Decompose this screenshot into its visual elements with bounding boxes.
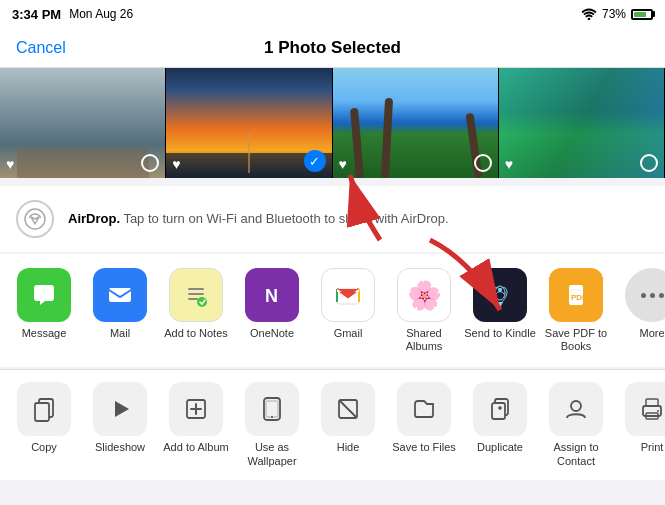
battery-percent: 73% xyxy=(602,7,626,21)
share-app-message[interactable]: Message xyxy=(8,268,80,340)
print-icon xyxy=(625,382,665,436)
share-app-onenote[interactable]: N OneNote xyxy=(236,268,308,340)
svg-rect-38 xyxy=(646,399,658,406)
hide-label: Hide xyxy=(337,441,360,454)
save-files-icon xyxy=(397,382,451,436)
action-copy[interactable]: Copy xyxy=(8,382,80,454)
photo-select-4 xyxy=(640,154,658,172)
photo-item-2[interactable]: ♥ ✓ xyxy=(166,68,332,178)
print-label: Print xyxy=(641,441,664,454)
photo-item-4[interactable]: ♥ xyxy=(499,68,665,178)
photo-selected-check-2: ✓ xyxy=(304,150,326,172)
duplicate-icon xyxy=(473,382,527,436)
slideshow-label: Slideshow xyxy=(95,441,145,454)
more-dots-icon xyxy=(625,268,665,322)
assign-contact-label: Assign to Contact xyxy=(540,441,612,467)
status-bar: 3:34 PM Mon Aug 26 73% xyxy=(0,0,665,28)
photo-heart-1: ♥ xyxy=(6,156,14,172)
svg-rect-29 xyxy=(266,401,278,417)
svg-point-11 xyxy=(197,297,207,307)
svg-text:PDF: PDF xyxy=(571,293,587,302)
svg-rect-8 xyxy=(188,288,204,290)
nav-bar: Cancel 1 Photo Selected xyxy=(0,28,665,68)
share-app-send-kindle[interactable]: Send to Kindle xyxy=(464,268,536,340)
svg-rect-10 xyxy=(188,298,198,300)
cancel-button[interactable]: Cancel xyxy=(16,39,66,57)
photo-heart-2: ♥ xyxy=(172,156,180,172)
action-slideshow[interactable]: Slideshow xyxy=(84,382,156,454)
svg-point-30 xyxy=(271,416,273,418)
message-label: Message xyxy=(22,327,67,340)
share-app-gmail[interactable]: Gmail xyxy=(312,268,384,340)
share-app-add-notes[interactable]: Add to Notes xyxy=(160,268,232,340)
add-album-icon xyxy=(169,382,223,436)
action-print[interactable]: Print xyxy=(616,382,665,454)
nav-title: 1 Photo Selected xyxy=(264,38,401,58)
save-pdf-label: Save PDF to Books xyxy=(540,327,612,353)
svg-rect-34 xyxy=(492,403,505,419)
copy-label: Copy xyxy=(31,441,57,454)
photo-item-3[interactable]: ♥ xyxy=(333,68,499,178)
action-add-album[interactable]: Add to Album xyxy=(160,382,232,454)
photo-heart-3: ♥ xyxy=(339,156,347,172)
photo-strip: ♥ ♥ ✓ ♥ ♥ xyxy=(0,68,665,178)
action-duplicate[interactable]: Duplicate xyxy=(464,382,536,454)
wifi-icon xyxy=(581,8,597,20)
airdrop-description: AirDrop. Tap to turn on Wi-Fi and Blueto… xyxy=(68,210,449,228)
battery-icon xyxy=(631,9,653,20)
share-app-mail[interactable]: Mail xyxy=(84,268,156,340)
svg-point-0 xyxy=(588,18,591,20)
copy-icon xyxy=(17,382,71,436)
share-app-save-pdf[interactable]: PDF Save PDF to Books xyxy=(540,268,612,353)
svg-rect-23 xyxy=(35,403,49,421)
share-app-shared-albums[interactable]: 🌸 Shared Albums xyxy=(388,268,460,353)
send-kindle-label: Send to Kindle xyxy=(464,327,536,340)
share-apps-row: Message Mail Add to Notes N OneNote Gmai… xyxy=(0,254,665,367)
add-album-label: Add to Album xyxy=(163,441,228,454)
action-hide[interactable]: Hide xyxy=(312,382,384,454)
action-save-files[interactable]: Save to Files xyxy=(388,382,460,454)
add-notes-label: Add to Notes xyxy=(164,327,228,340)
duplicate-label: Duplicate xyxy=(477,441,523,454)
actions-row: Copy Slideshow Add to Album Use as Wallp… xyxy=(0,369,665,479)
svg-marker-24 xyxy=(115,401,129,417)
mail-label: Mail xyxy=(110,327,130,340)
svg-line-32 xyxy=(339,400,357,418)
status-date: Mon Aug 26 xyxy=(69,7,133,21)
wallpaper-icon xyxy=(245,382,299,436)
svg-rect-6 xyxy=(109,288,131,302)
hide-icon xyxy=(321,382,375,436)
gmail-label: Gmail xyxy=(334,327,363,340)
svg-text:N: N xyxy=(265,286,278,306)
action-wallpaper[interactable]: Use as Wallpaper xyxy=(236,382,308,467)
photo-heart-4: ♥ xyxy=(505,156,513,172)
svg-point-41 xyxy=(657,410,659,412)
wallpaper-label: Use as Wallpaper xyxy=(236,441,308,467)
photo-item-1[interactable]: ♥ xyxy=(0,68,166,178)
status-icons: 73% xyxy=(581,7,653,21)
assign-contact-icon xyxy=(549,382,603,436)
status-time: 3:34 PM xyxy=(12,7,61,22)
share-app-more[interactable]: More xyxy=(616,268,665,340)
photo-select-3 xyxy=(474,154,492,172)
airdrop-row[interactable]: AirDrop. Tap to turn on Wi-Fi and Blueto… xyxy=(0,186,665,252)
svg-point-37 xyxy=(571,401,581,411)
airdrop-icon xyxy=(16,200,54,238)
more-apps-label: More xyxy=(639,327,664,340)
save-files-label: Save to Files xyxy=(392,441,456,454)
slideshow-icon xyxy=(93,382,147,436)
action-assign-contact[interactable]: Assign to Contact xyxy=(540,382,612,467)
shared-albums-label: Shared Albums xyxy=(388,327,460,353)
svg-rect-9 xyxy=(188,293,204,295)
onenote-label: OneNote xyxy=(250,327,294,340)
